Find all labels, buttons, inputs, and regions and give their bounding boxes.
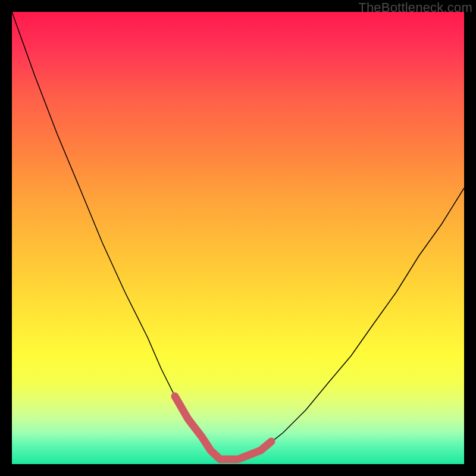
- watermark-text: TheBottleneck.com: [358, 0, 472, 15]
- optimal-zone-highlight: [175, 396, 271, 459]
- bottleneck-curve: [12, 12, 464, 464]
- chart-frame: TheBottleneck.com: [0, 0, 476, 476]
- plot-area: [12, 12, 464, 464]
- curve-line: [12, 12, 464, 459]
